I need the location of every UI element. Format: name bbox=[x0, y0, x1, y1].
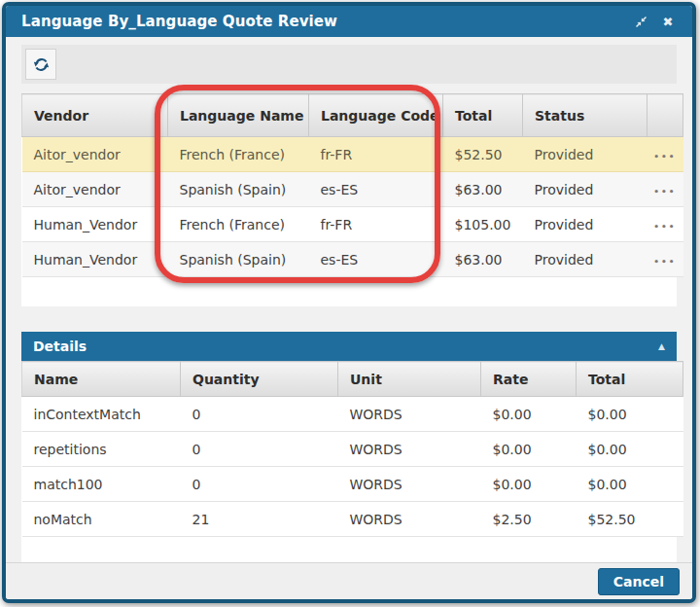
refresh-button[interactable] bbox=[25, 49, 56, 80]
col-header-total[interactable]: Total bbox=[443, 94, 523, 137]
row-actions-ellipsis-icon[interactable]: ••• bbox=[653, 222, 676, 232]
details-row[interactable]: inContextMatch 0 WORDS $0.00 $0.00 bbox=[22, 397, 683, 432]
cell-vendor: Human_Vendor bbox=[22, 242, 168, 277]
cell-name: noMatch bbox=[22, 502, 181, 537]
details-table-container: Name Quantity Unit Rate Total inContextM… bbox=[21, 361, 677, 564]
cell-name: repetitions bbox=[22, 432, 181, 467]
cell-name: inContextMatch bbox=[22, 397, 181, 432]
cell-unit: WORDS bbox=[338, 432, 481, 467]
cell-language-code: fr-FR bbox=[309, 137, 443, 172]
table-row[interactable]: Human_Vendor French (France) fr-FR $105.… bbox=[22, 207, 683, 242]
col-header-vendor[interactable]: Vendor bbox=[22, 94, 168, 137]
details-table: Name Quantity Unit Rate Total inContextM… bbox=[21, 361, 683, 537]
cell-language-code: es-ES bbox=[309, 172, 443, 207]
cell-quantity: 0 bbox=[181, 397, 338, 432]
cell-vendor: Human_Vendor bbox=[22, 207, 168, 242]
quote-table-header-row: Vendor Language Name Language Code Total… bbox=[22, 94, 683, 137]
details-panel-title: Details bbox=[33, 339, 658, 354]
col-header-total: Total bbox=[577, 362, 683, 397]
cell-total: $0.00 bbox=[577, 397, 683, 432]
col-header-quantity: Quantity bbox=[181, 362, 338, 397]
col-header-language-code[interactable]: Language Code bbox=[309, 94, 443, 137]
dialog-footer: Cancel bbox=[6, 562, 692, 599]
col-header-rate: Rate bbox=[481, 362, 577, 397]
cell-vendor: Aitor_vendor bbox=[22, 172, 168, 207]
cell-unit: WORDS bbox=[338, 467, 481, 502]
details-header-row: Name Quantity Unit Rate Total bbox=[22, 362, 683, 397]
table-row-selected[interactable]: Aitor_vendor French (France) fr-FR $52.5… bbox=[22, 137, 683, 172]
cell-vendor: Aitor_vendor bbox=[22, 137, 168, 172]
details-panel: Details ▲ Name Quantity Unit Rate bbox=[21, 332, 677, 564]
row-actions-ellipsis-icon[interactable]: ••• bbox=[653, 187, 676, 196]
cell-total: $0.00 bbox=[577, 432, 683, 467]
cell-language-name: Spanish (Spain) bbox=[168, 172, 309, 207]
row-actions-ellipsis-icon[interactable]: ••• bbox=[653, 152, 676, 161]
cell-rate: $2.50 bbox=[481, 502, 577, 537]
cell-rate: $0.00 bbox=[481, 467, 577, 502]
cell-unit: WORDS bbox=[338, 397, 481, 432]
close-icon[interactable]: ✖ bbox=[657, 11, 679, 32]
cell-language-code: fr-FR bbox=[309, 207, 443, 242]
row-actions-ellipsis-icon[interactable]: ••• bbox=[653, 257, 676, 267]
details-row[interactable]: noMatch 21 WORDS $2.50 $52.50 bbox=[22, 502, 683, 537]
cell-total: $105.00 bbox=[443, 207, 523, 242]
dialog-title: Language By_Language Quote Review bbox=[21, 13, 624, 30]
col-header-actions bbox=[648, 94, 683, 137]
col-header-name: Name bbox=[22, 362, 181, 397]
cell-rate: $0.00 bbox=[481, 397, 577, 432]
col-header-language-name[interactable]: Language Name bbox=[168, 94, 309, 137]
cell-status: Provided bbox=[523, 137, 648, 172]
cell-status: Provided bbox=[523, 207, 648, 242]
cell-quantity: 0 bbox=[181, 432, 338, 467]
cell-language-name: French (France) bbox=[168, 207, 309, 242]
quote-table: Vendor Language Name Language Code Total… bbox=[21, 93, 683, 277]
details-row[interactable]: match100 0 WORDS $0.00 $0.00 bbox=[22, 467, 683, 502]
cell-language-code: es-ES bbox=[309, 242, 443, 277]
table-row[interactable]: Human_Vendor Spanish (Spain) es-ES $63.0… bbox=[22, 242, 683, 277]
cell-language-name: French (France) bbox=[168, 137, 309, 172]
cell-total: $52.50 bbox=[577, 502, 683, 537]
cell-name: match100 bbox=[22, 467, 181, 502]
toolbar bbox=[21, 45, 677, 84]
col-header-unit: Unit bbox=[338, 362, 481, 397]
table-row[interactable]: Aitor_vendor Spanish (Spain) es-ES $63.0… bbox=[22, 172, 683, 207]
quote-review-dialog: Language By_Language Quote Review ✖ bbox=[2, 2, 696, 603]
cancel-button[interactable]: Cancel bbox=[598, 568, 680, 595]
dialog-body: Vendor Language Name Language Code Total… bbox=[6, 37, 692, 564]
cell-language-name: Spanish (Spain) bbox=[168, 242, 309, 277]
cell-total: $52.50 bbox=[443, 137, 523, 172]
cell-status: Provided bbox=[523, 242, 648, 277]
cell-status: Provided bbox=[523, 172, 648, 207]
cell-quantity: 0 bbox=[181, 467, 338, 502]
details-row[interactable]: repetitions 0 WORDS $0.00 $0.00 bbox=[22, 432, 683, 467]
collapse-caret-icon[interactable]: ▲ bbox=[658, 341, 665, 351]
cell-total: $0.00 bbox=[577, 467, 683, 502]
cell-rate: $0.00 bbox=[481, 432, 577, 467]
cell-total: $63.00 bbox=[443, 172, 523, 207]
details-panel-header[interactable]: Details ▲ bbox=[21, 332, 677, 361]
quote-table-container: Vendor Language Name Language Code Total… bbox=[21, 93, 677, 306]
collapse-arrows-icon[interactable] bbox=[630, 11, 651, 32]
refresh-icon bbox=[33, 56, 50, 73]
cell-quantity: 21 bbox=[181, 502, 338, 537]
cell-unit: WORDS bbox=[338, 502, 481, 537]
cell-total: $63.00 bbox=[443, 242, 523, 277]
dialog-titlebar: Language By_Language Quote Review ✖ bbox=[6, 6, 692, 37]
col-header-status[interactable]: Status bbox=[523, 94, 648, 137]
